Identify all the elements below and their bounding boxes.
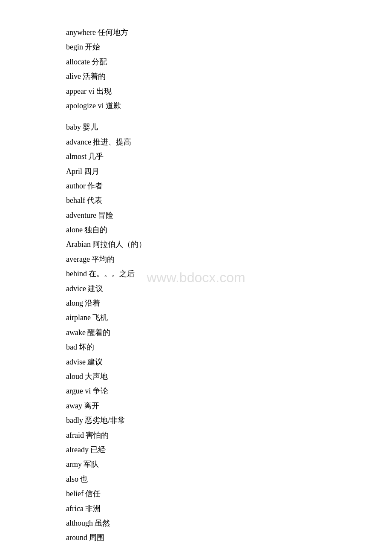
word-entry: belief 信任 bbox=[66, 487, 392, 500]
word-entry: badly 恶劣地/非常 bbox=[66, 413, 392, 427]
word-entry: behind 在。。。之后 bbox=[66, 267, 392, 280]
word-entry: away 离开 bbox=[66, 399, 392, 413]
word-entry: already 已经 bbox=[66, 443, 392, 457]
word-entry: almost 几乎 bbox=[66, 150, 392, 163]
content-area: anywhere 任何地方begin 开始allocate 分配alive 活着… bbox=[0, 0, 392, 555]
word-entry: advice 建议 bbox=[66, 282, 392, 295]
word-entry: advance 推进、提高 bbox=[66, 135, 392, 149]
word-entry: africa 非洲 bbox=[66, 502, 392, 515]
word-entry: baby 婴儿 bbox=[66, 120, 392, 134]
word-entry: appear vi 出现 bbox=[66, 84, 392, 98]
word-entry: bad 坏的 bbox=[66, 340, 392, 354]
word-entry: apologize vi 道歉 bbox=[66, 99, 392, 113]
word-entry: aloud 大声地 bbox=[66, 370, 392, 383]
word-entry: advise 建议 bbox=[66, 355, 392, 369]
word-entry: Arabian 阿拉伯人（的） bbox=[66, 237, 392, 251]
word-entry: also 也 bbox=[66, 472, 392, 486]
word-entry: anywhere 任何地方 bbox=[66, 26, 392, 39]
word-entry: adventure 冒险 bbox=[66, 208, 392, 222]
word-entry: begin 开始 bbox=[66, 40, 392, 54]
word-entry: behalf 代表 bbox=[66, 194, 392, 207]
word-entry: April 四月 bbox=[66, 165, 392, 178]
word-entry: along 沿着 bbox=[66, 296, 392, 310]
word-entry: around 周围 bbox=[66, 531, 392, 544]
word-entry: author 作者 bbox=[66, 179, 392, 193]
word-entry: allocate 分配 bbox=[66, 55, 392, 69]
word-entry: argue vi 争论 bbox=[66, 384, 392, 398]
word-entry: alive 活着的 bbox=[66, 69, 392, 83]
word-entry: although 虽然 bbox=[66, 516, 392, 530]
word-entry: afraid 害怕的 bbox=[66, 428, 392, 442]
word-entry: army 军队 bbox=[66, 457, 392, 471]
word-entry: airplane 飞机 bbox=[66, 311, 392, 324]
word-entry: average 平均的 bbox=[66, 252, 392, 266]
word-entry: awake 醒着的 bbox=[66, 326, 392, 339]
word-entry: alone 独自的 bbox=[66, 223, 392, 237]
